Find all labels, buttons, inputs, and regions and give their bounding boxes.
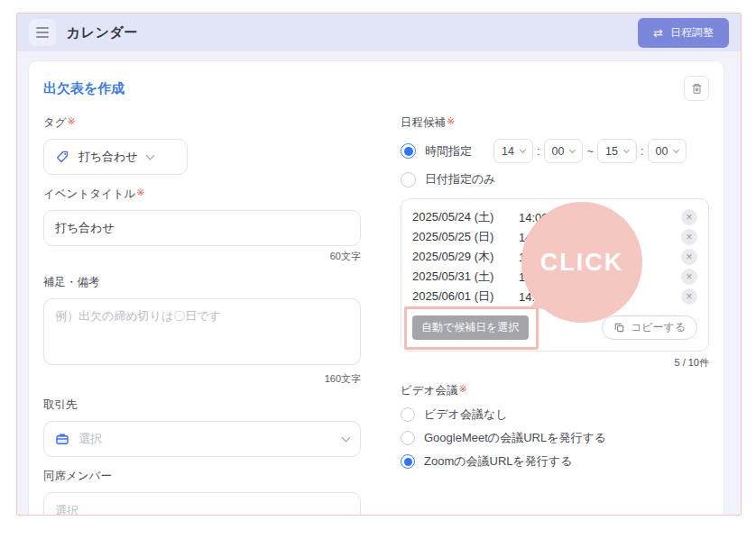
- date-only-label: 日付指定のみ: [425, 171, 496, 187]
- client-placeholder: 選択: [78, 431, 102, 447]
- video-zoom-label: Zoomの会議URLを発行する: [424, 453, 572, 470]
- candidate-row: 2025/05/29 (木) 14:00~15:00 ×: [412, 247, 697, 267]
- radio-unselected-icon: [401, 172, 416, 187]
- notes-counter: 160文字: [43, 372, 361, 386]
- candidate-time: 14:00~15:00: [519, 290, 681, 304]
- candidate-count: 5 / 10件: [401, 356, 709, 370]
- candidate-date: 2025/05/25 (日): [412, 229, 519, 245]
- chevron-down-icon: [569, 147, 576, 153]
- radio-unselected-icon: [401, 407, 415, 422]
- chevron-down-icon: [673, 147, 679, 153]
- colon-separator: :: [537, 144, 540, 158]
- trash-icon: [690, 82, 704, 96]
- client-select[interactable]: 選択: [43, 421, 361, 457]
- remove-candidate-button[interactable]: ×: [681, 229, 697, 245]
- sync-icon: ⇄: [653, 27, 663, 39]
- event-title-input[interactable]: [43, 210, 361, 246]
- video-googlemeet-label: GoogleMeetの会議URLを発行する: [424, 430, 606, 446]
- candidate-list: 2025/05/24 (土) 14:00~15:00 × 2025/05/25 …: [401, 198, 709, 352]
- top-bar: カレンダー ⇄ 日程調整: [17, 14, 741, 51]
- candidate-row: 2025/05/31 (土) 14:00~15:00 ×: [412, 267, 697, 287]
- required-mark: ※: [68, 115, 76, 126]
- date-candidates-label: 日程候補※: [401, 115, 709, 131]
- event-title-label: イベントタイトル※: [43, 187, 361, 202]
- remove-candidate-button[interactable]: ×: [681, 269, 697, 285]
- required-mark: ※: [458, 383, 466, 394]
- hamburger-menu-icon[interactable]: [29, 19, 56, 46]
- candidate-row: 2025/05/24 (土) 14:00~15:00 ×: [412, 207, 697, 227]
- candidate-row: 2025/06/01 (日) 14:00~15:00 ×: [412, 287, 697, 306]
- notes-label: 補足・備考: [43, 275, 361, 290]
- time-specified-radio[interactable]: 時間指定 14 : 00 ~ 15 : 00: [401, 139, 709, 163]
- auto-select-candidates-button[interactable]: 自動で候補日を選択: [412, 315, 529, 340]
- remove-candidate-button[interactable]: ×: [681, 288, 697, 305]
- copy-icon: [613, 322, 625, 333]
- chevron-down-icon: [520, 147, 526, 153]
- calendar-window: カレンダー ⇄ 日程調整 出欠表を作成 タグ※: [16, 13, 742, 516]
- video-googlemeet-radio[interactable]: GoogleMeetの会議URLを発行する: [401, 430, 709, 446]
- page-title: カレンダー: [67, 24, 138, 41]
- candidate-time: 14:00~15:00: [519, 231, 681, 244]
- members-label: 同席メンバー: [43, 469, 361, 484]
- tilde-separator: ~: [586, 144, 594, 158]
- video-none-label: ビデオ会議なし: [424, 407, 508, 423]
- schedule-adjust-button[interactable]: ⇄ 日程調整: [638, 18, 729, 48]
- attendance-form-card: 出欠表を作成 タグ※ 打ち合わせ イベ: [28, 60, 724, 516]
- event-title-counter: 60文字: [43, 250, 361, 263]
- tag-value: 打ち合わせ: [78, 149, 138, 165]
- notes-textarea[interactable]: [43, 298, 361, 365]
- candidate-time: 14:00~15:00: [519, 251, 681, 264]
- candidate-date: 2025/05/31 (土): [412, 269, 519, 285]
- from-hour-select[interactable]: 14: [493, 139, 533, 163]
- video-conference-label: ビデオ会議※: [401, 383, 709, 398]
- candidate-date: 2025/05/24 (土): [412, 209, 519, 225]
- chevron-down-icon: [145, 151, 154, 160]
- date-only-radio[interactable]: 日付指定のみ: [401, 171, 709, 187]
- tag-select[interactable]: 打ち合わせ: [43, 139, 188, 175]
- candidate-row: 2025/05/25 (日) 14:00~15:00 ×: [412, 227, 697, 247]
- client-label: 取引先: [43, 397, 361, 413]
- to-minute-select[interactable]: 00: [648, 139, 687, 163]
- members-input[interactable]: [43, 492, 361, 516]
- chevron-down-icon: [623, 147, 630, 153]
- radio-unselected-icon: [401, 431, 415, 445]
- copy-label: コピーする: [631, 320, 686, 335]
- video-none-radio[interactable]: ビデオ会議なし: [401, 407, 709, 423]
- time-specified-label: 時間指定: [425, 143, 472, 160]
- remove-candidate-button[interactable]: ×: [681, 209, 697, 225]
- from-minute-select[interactable]: 00: [544, 139, 584, 163]
- colon-separator: :: [641, 144, 644, 158]
- candidate-date: 2025/05/29 (木): [412, 249, 519, 265]
- delete-button[interactable]: [684, 76, 709, 101]
- tag-icon: [55, 150, 69, 164]
- radio-selected-icon: [401, 454, 415, 469]
- candidate-time: 14:00~15:00: [519, 211, 681, 224]
- remove-candidate-button[interactable]: ×: [681, 249, 697, 265]
- required-mark: ※: [447, 115, 455, 126]
- schedule-adjust-label: 日程調整: [670, 25, 714, 41]
- required-mark: ※: [136, 187, 144, 197]
- briefcase-icon: [55, 432, 69, 446]
- candidate-time: 14:00~15:00: [519, 270, 681, 284]
- video-zoom-radio[interactable]: Zoomの会議URLを発行する: [401, 453, 709, 470]
- chevron-down-icon: [342, 433, 351, 442]
- tag-label: タグ※: [43, 115, 361, 131]
- card-title: 出欠表を作成: [43, 80, 124, 97]
- copy-button[interactable]: コピーする: [602, 315, 697, 340]
- to-hour-select[interactable]: 15: [597, 139, 637, 163]
- radio-selected-icon: [401, 143, 416, 159]
- candidate-date: 2025/06/01 (日): [412, 288, 519, 305]
